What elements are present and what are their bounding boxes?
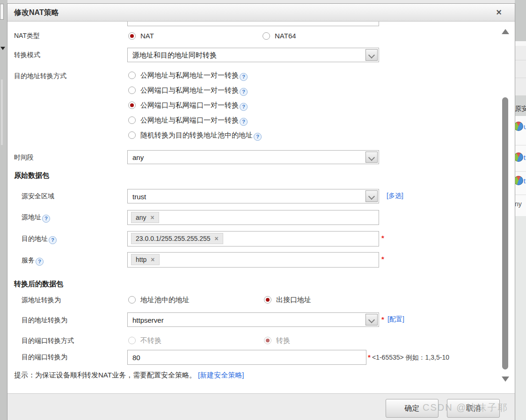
table-rows: u t t ny xyxy=(515,116,526,216)
time-range-select[interactable]: any xyxy=(127,150,379,164)
radio-no-translate-label: 不转换 xyxy=(140,336,161,345)
option-text: 公网地址与私网端口一对一转换 xyxy=(140,116,239,124)
close-icon[interactable]: × xyxy=(496,7,502,17)
radio-nat[interactable] xyxy=(128,32,136,40)
radio-translate xyxy=(264,337,271,344)
divider xyxy=(515,145,526,145)
caret-down-icon xyxy=(0,47,5,50)
remove-icon[interactable]: × xyxy=(215,235,219,242)
help-icon[interactable]: ? xyxy=(254,133,262,141)
required-marker: * xyxy=(381,315,384,323)
token-text: any xyxy=(136,214,146,221)
watermark: CSDN @沫沫子耶 xyxy=(423,401,508,414)
tip-text: 提示：为保证设备顺利转发NAT业务，需要配置安全策略。 xyxy=(14,371,196,379)
background-panel xyxy=(515,46,526,95)
new-security-policy-link[interactable]: [新建安全策略] xyxy=(198,371,244,379)
nat-type-label: NAT类型 xyxy=(14,32,40,40)
dst-trans-select[interactable]: httpserver xyxy=(127,312,379,327)
radio-egress-interface-label: 出接口地址 xyxy=(276,296,311,304)
background-left-strip xyxy=(0,0,7,420)
column-header-label: 原安 xyxy=(515,105,526,113)
radio-dst-method-4[interactable] xyxy=(128,116,136,124)
help-icon[interactable]: ? xyxy=(240,73,248,81)
tip-row: 提示：为保证设备顺利转发NAT业务，需要配置安全策略。 [新建安全策略] xyxy=(14,371,244,380)
config-link[interactable]: [配置] xyxy=(387,315,404,324)
dst-method-label: 目的地址转换方式 xyxy=(14,72,66,80)
src-trans-label: 源地址转换为 xyxy=(22,296,61,304)
table-row: u xyxy=(524,123,526,130)
radio-addr-pool-label: 地址池中的地址 xyxy=(140,296,190,304)
trans-mode-select[interactable]: 源地址和目的地址同时转换 xyxy=(127,48,379,62)
radio-nat-label: NAT xyxy=(140,32,154,40)
background-widget xyxy=(0,4,4,20)
scroll-down-icon[interactable] xyxy=(502,377,509,382)
scroll-up-icon[interactable] xyxy=(502,29,509,34)
dst-addr-label: 目的地址? xyxy=(22,235,57,244)
chevron-down-icon[interactable] xyxy=(365,152,378,163)
radio-addr-pool[interactable] xyxy=(128,296,136,304)
scrollbar-thumb[interactable] xyxy=(502,97,508,369)
radio-egress-interface[interactable] xyxy=(264,296,271,304)
dialog-header: 修改NAT策略 × xyxy=(7,4,515,22)
port-range-hint: <1-65535> 例如：1,3,5-10 xyxy=(372,354,449,362)
dialog-title: 修改NAT策略 xyxy=(14,8,59,18)
time-range-value: any xyxy=(132,153,144,161)
radio-dst-method-5-label: 随机转换为目的转换地址池中的地址? xyxy=(140,131,262,141)
radio-dst-method-3[interactable] xyxy=(128,101,136,109)
help-icon[interactable]: ? xyxy=(240,118,248,126)
label-text: 服务 xyxy=(22,256,35,264)
help-icon[interactable]: ? xyxy=(240,88,248,96)
remove-icon[interactable]: × xyxy=(151,256,154,263)
help-icon[interactable]: ? xyxy=(42,215,50,223)
radio-dst-method-2[interactable] xyxy=(128,87,136,94)
service-tokenbox[interactable]: http× xyxy=(127,252,379,268)
dst-port-input[interactable]: 80 xyxy=(127,350,366,365)
radio-nat64-label: NAT64 xyxy=(275,32,296,40)
trans-mode-label: 转换模式 xyxy=(14,51,40,59)
radio-dst-method-4-label: 公网地址与私网端口一对一转换? xyxy=(140,116,248,126)
required-marker: * xyxy=(368,353,371,361)
clipped-field-above[interactable] xyxy=(127,22,379,26)
dst-trans-value: httpserver xyxy=(132,316,164,324)
radio-nat64[interactable] xyxy=(263,32,270,40)
nat-policy-dialog: 修改NAT策略 × NAT类型 NAT NAT64 转换模式 源地址和目的地址同… xyxy=(7,4,515,420)
trans-mode-value: 源地址和目的地址同时转换 xyxy=(132,51,217,59)
radio-dst-method-2-label: 公网端口与私网地址一对一转换? xyxy=(140,86,248,96)
radio-dst-method-1[interactable] xyxy=(128,72,136,79)
token-text: http xyxy=(136,256,146,263)
option-text: 公网端口与私网端口一对一转换 xyxy=(140,101,239,109)
dst-port-value: 80 xyxy=(132,354,140,362)
zone-pie-icon xyxy=(514,176,523,185)
zone-pie-icon xyxy=(514,152,523,162)
help-icon[interactable]: ? xyxy=(49,236,57,244)
required-marker: * xyxy=(381,255,384,263)
option-text: 公网端口与私网地址一对一转换 xyxy=(140,86,239,94)
remove-icon[interactable]: × xyxy=(151,214,154,221)
table-row: t xyxy=(524,154,526,161)
src-zone-select[interactable]: trust xyxy=(127,189,379,203)
table-row: ny xyxy=(515,200,522,208)
dst-addr-tokenbox[interactable]: 23.0.0.1/255.255.255.255× xyxy=(127,231,379,246)
help-icon[interactable]: ? xyxy=(36,258,44,266)
chevron-down-icon[interactable] xyxy=(365,49,378,61)
src-addr-tokenbox[interactable]: any× xyxy=(127,210,379,225)
radio-dst-method-5[interactable] xyxy=(128,131,136,139)
chevron-down-icon[interactable] xyxy=(365,190,378,202)
divider xyxy=(515,195,526,195)
multi-select-link[interactable]: [多选] xyxy=(387,192,403,200)
table-column-header: 原安 xyxy=(515,95,526,116)
chevron-down-icon[interactable] xyxy=(365,314,378,326)
divider xyxy=(515,78,526,78)
background-band xyxy=(515,216,526,420)
zone-pie-icon xyxy=(514,122,523,131)
option-text: 随机转换为目的转换地址池中的地址 xyxy=(140,131,253,139)
label-text: 源地址 xyxy=(22,213,41,221)
help-icon[interactable]: ? xyxy=(240,103,248,111)
option-text: 公网地址与私网地址一对一转换 xyxy=(140,71,239,79)
dst-port-label: 目的端口转换为 xyxy=(22,353,67,362)
service-label: 服务? xyxy=(22,256,44,266)
token: http× xyxy=(131,254,160,265)
dst-trans-label: 目的地址转换为 xyxy=(22,316,67,325)
background-table-strip: 原安 u t t ny xyxy=(515,0,526,420)
src-addr-label: 源地址? xyxy=(22,213,50,223)
